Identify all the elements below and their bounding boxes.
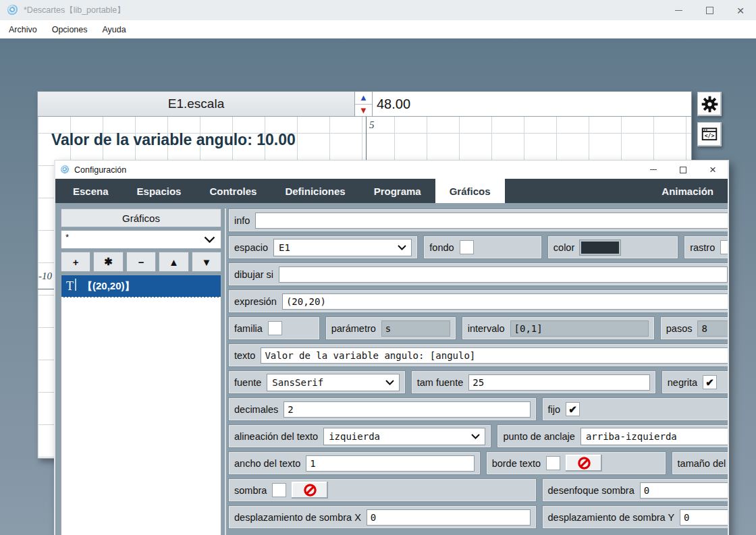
close-icon: × (736, 4, 744, 17)
color-swatch[interactable] (580, 240, 620, 255)
texto-label: texto (234, 350, 255, 361)
tab-programa[interactable]: Programa (360, 179, 435, 203)
spinner-up-button[interactable]: ▲ (355, 92, 372, 105)
chevron-down-icon (204, 236, 215, 243)
open-config-button[interactable] (697, 92, 722, 116)
alineacion-label: alineación del texto (234, 431, 318, 442)
desenfoque-sombra-input[interactable] (640, 482, 728, 499)
menubar: Archivo Opciones Ayuda (0, 20, 756, 38)
filter-value: * (65, 232, 69, 242)
rastro-group: rastro (684, 235, 728, 259)
move-down-button[interactable]: ▼ (192, 252, 221, 272)
pasos-group: pasos (660, 316, 728, 340)
intervalo-input (510, 320, 649, 337)
fondo-checkbox[interactable] (460, 240, 474, 254)
ancho-texto-input[interactable] (306, 455, 474, 472)
familia-group: familia (228, 316, 320, 340)
app-background: E1.escala ▲ ▼ 5 -10 Valor de la variable… (0, 38, 756, 535)
parametro-group: parámetro (325, 316, 456, 340)
minimize-button[interactable] (663, 0, 694, 20)
param-spinner: ▲ ▼ (355, 92, 373, 116)
tam-fuente-input[interactable] (468, 374, 649, 391)
chevron-down-icon (471, 434, 480, 439)
texto-input[interactable] (261, 347, 728, 364)
menu-opciones[interactable]: Opciones (45, 20, 95, 38)
tab-controles[interactable]: Controles (195, 179, 271, 203)
tab-escena[interactable]: Escena (59, 179, 123, 203)
code-window-icon: </> (701, 125, 718, 143)
despl-sombra-y-input[interactable] (680, 509, 728, 526)
desenfoque-sombra-group: desenfoque sombra (542, 478, 728, 502)
graphics-filter-combobox[interactable]: * (61, 230, 221, 249)
decimales-input[interactable] (284, 401, 530, 418)
familia-checkbox[interactable] (268, 321, 282, 335)
tam-fuente-label: tam fuente (417, 377, 464, 388)
open-code-button[interactable]: </> (697, 122, 722, 146)
desenfoque-sombra-label: desenfoque sombra (548, 485, 634, 496)
dibujar-si-label: dibujar si (234, 269, 273, 280)
svg-text:</>: </> (705, 132, 715, 139)
tab-spacer (505, 179, 648, 203)
tab-graficos[interactable]: Gráficos (435, 179, 505, 203)
info-input[interactable] (255, 213, 728, 229)
scene-control-bar: E1.escala ▲ ▼ (38, 92, 691, 117)
rastro-checkbox[interactable] (720, 240, 728, 254)
fuente-group: fuente SansSerif (228, 370, 406, 394)
add-graphic-button[interactable]: + (61, 252, 90, 272)
familia-label: familia (234, 323, 263, 334)
expresion-label: expresión (234, 296, 277, 307)
dialog-body: Gráficos * + ✱ − ▲ ▼ T 【( (55, 203, 728, 535)
dialog-title: Configuración (74, 165, 126, 175)
borde-texto-clear-button[interactable] (566, 455, 602, 472)
dialog-minimize-button[interactable] (639, 161, 668, 179)
sombra-checkbox[interactable] (272, 483, 286, 497)
pasos-input (697, 320, 728, 337)
menu-ayuda[interactable]: Ayuda (95, 20, 134, 38)
param-value-input[interactable] (373, 92, 691, 116)
tamano-borde-group: tamaño del borde (672, 451, 728, 475)
negrita-group: negrita ✔ (662, 370, 728, 394)
gear-icon (701, 95, 719, 113)
graphics-list-panel: Gráficos * + ✱ − ▲ ▼ T 【( (61, 208, 221, 535)
fuente-select[interactable]: SansSerif (267, 374, 399, 391)
graphic-item-label: 【(20,20)】 (82, 280, 135, 293)
despl-sombra-y-label: desplazamiento de sombra Y (548, 512, 675, 523)
chevron-down-icon (385, 380, 394, 385)
fuente-label: fuente (234, 377, 261, 388)
tab-espacios[interactable]: Espacios (123, 179, 196, 203)
anclaje-label: punto de anclaje (503, 431, 574, 442)
close-button[interactable]: × (725, 0, 756, 20)
espacio-select[interactable]: E1 (273, 239, 412, 256)
dibujar-si-input[interactable] (279, 266, 728, 283)
minimize-icon (675, 10, 682, 11)
tab-definiciones[interactable]: Definiciones (271, 179, 359, 203)
no-symbol-icon (303, 483, 317, 497)
expresion-group: expresión (228, 289, 728, 313)
maximize-icon (680, 167, 686, 173)
negrita-checkbox[interactable]: ✔ (703, 375, 717, 389)
fijo-checkbox[interactable]: ✔ (566, 402, 580, 416)
axis-tick-label: 5 (369, 119, 375, 131)
sombra-clear-button[interactable] (292, 482, 328, 499)
borde-texto-checkbox[interactable] (546, 456, 560, 470)
remove-graphic-button[interactable]: − (126, 252, 156, 272)
descartes-logo-icon (61, 165, 70, 174)
despl-sombra-x-label: desplazamiento de sombra X (234, 512, 361, 523)
anclaje-select[interactable]: arriba-izquierda (580, 428, 728, 445)
dialog-maximize-button[interactable] (668, 161, 698, 179)
text-cursor-icon: T (66, 279, 76, 293)
espacio-group: espacio E1 (228, 235, 418, 259)
add-special-graphic-button[interactable]: ✱ (93, 252, 123, 272)
maximize-button[interactable] (694, 0, 725, 20)
move-up-button[interactable]: ▲ (159, 252, 188, 272)
tab-animacion[interactable]: Animación (647, 179, 728, 203)
dialog-close-button[interactable]: × (698, 161, 728, 179)
despl-sombra-x-group: desplazamiento de sombra X (228, 505, 537, 529)
dialog-titlebar: Configuración × (55, 161, 728, 179)
menu-archivo[interactable]: Archivo (1, 20, 45, 38)
graphic-list-item-selected[interactable]: T 【(20,20)】 (61, 275, 221, 298)
despl-sombra-x-input[interactable] (367, 509, 531, 526)
alineacion-select[interactable]: izquierda (323, 428, 485, 445)
expresion-input[interactable] (282, 293, 728, 310)
spinner-down-button[interactable]: ▼ (355, 105, 372, 117)
